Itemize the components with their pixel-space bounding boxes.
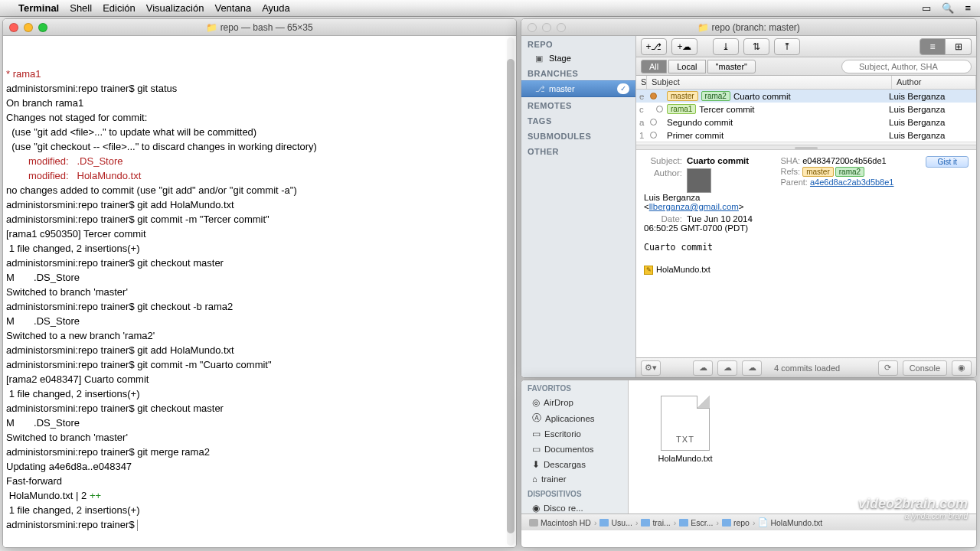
gitapp-title: repo (branch: master): [711, 22, 799, 33]
settings-button[interactable]: ⚙▾: [641, 360, 661, 376]
detail-parent[interactable]: a4e6d8ac2ab3d5b8e1: [810, 178, 894, 187]
commit-message: Cuarto commit: [644, 242, 969, 253]
fetch-button[interactable]: ⇅: [743, 38, 769, 55]
cloud-button[interactable]: ☁: [742, 360, 762, 376]
sidebar: REPO ▣Stage BRANCHES ⎇master✓ REMOTES TA…: [521, 36, 636, 377]
menu-window[interactable]: Ventana: [214, 2, 251, 14]
minimize-button[interactable]: [542, 23, 551, 32]
filter-local[interactable]: Local: [668, 60, 705, 73]
disk-icon: ◉: [532, 503, 540, 514]
list-view-button[interactable]: ≡: [920, 38, 946, 55]
sidebar-desktop[interactable]: ▭Escritorio: [521, 426, 628, 442]
path-seg-hd[interactable]: Macintosh HD: [526, 518, 594, 527]
add-branch-button[interactable]: +⎇: [641, 38, 667, 55]
menu-edit[interactable]: Edición: [103, 2, 136, 14]
terminal-line: administorsmini:repo trainer$ git checko…: [6, 401, 513, 416]
zoom-button[interactable]: [557, 23, 566, 32]
col-author[interactable]: Author: [892, 76, 976, 89]
path-seg-desktop[interactable]: Escr...: [676, 518, 716, 527]
path-seg-users[interactable]: Usu...: [596, 518, 635, 527]
splitter[interactable]: [636, 145, 976, 150]
sidebar-downloads[interactable]: ⬇Descargas: [521, 457, 628, 472]
folder-icon: [641, 519, 650, 527]
scrollbar-thumb[interactable]: [507, 59, 514, 533]
terminal-line: Switched to branch 'master': [6, 430, 513, 445]
tree-view-button[interactable]: ⊞: [946, 38, 972, 55]
folder-icon: 📁: [697, 22, 709, 33]
file-list: ✎HolaMundo.txt: [644, 263, 969, 276]
filter-master[interactable]: "master": [707, 60, 756, 73]
sidebar-stage[interactable]: ▣Stage: [521, 51, 635, 65]
app-name[interactable]: Terminal: [18, 2, 59, 14]
search-input[interactable]: [841, 60, 972, 73]
add-remote-button[interactable]: +☁: [671, 38, 697, 55]
terminal-line: Switched to branch 'master': [6, 285, 513, 299]
branch-tag: master: [667, 91, 698, 101]
commit-row[interactable]: emasterrama2Cuarto commitLuis Berganza: [636, 90, 976, 103]
col-s[interactable]: S: [636, 76, 647, 89]
sidebar-submodules-header: SUBMODULES: [521, 128, 635, 143]
txt-icon: 📄: [758, 517, 768, 527]
gitapp-titlebar[interactable]: 📁 repo (branch: master): [521, 19, 976, 36]
toolbar: +⎇ +☁ ⤓ ⇅ ⤒ ≡ ⊞: [636, 36, 976, 57]
terminal-line: On branch rama1: [6, 96, 513, 110]
documents-icon: ▭: [532, 444, 541, 455]
terminal-line: administorsmini:repo trainer$ git commit…: [6, 212, 513, 227]
path-seg-repo[interactable]: repo: [719, 518, 753, 527]
detail-subject: Cuarto commit: [687, 156, 749, 165]
terminal-body[interactable]: * rama1administorsmini:repo trainer$ git…: [3, 36, 516, 547]
cloud-up-button[interactable]: ☁: [717, 360, 737, 376]
filter-bar: All Local "master": [636, 57, 976, 76]
close-button[interactable]: [528, 23, 537, 32]
refresh-button[interactable]: ⟳: [878, 360, 898, 376]
terminal-line: M .DS_Store: [6, 270, 513, 285]
ref-master: master: [802, 167, 834, 177]
gist-button[interactable]: Gist it: [926, 156, 969, 168]
terminal-line: 1 file changed, 2 insertions(+): [6, 386, 513, 401]
detail-email[interactable]: llberganza@gmail.com: [649, 202, 739, 211]
devices-header: DISPOSITIVOS: [521, 486, 628, 500]
menu-shell[interactable]: Shell: [70, 2, 92, 14]
terminal-line: 1 file changed, 2 insertions(+): [6, 241, 513, 256]
push-button[interactable]: ⤒: [774, 38, 800, 55]
terminal-titlebar[interactable]: 📁 repo — bash — 65×35: [3, 19, 516, 36]
terminal-line: modified: .DS_Store: [6, 154, 513, 168]
col-subject[interactable]: Subject: [647, 76, 892, 89]
finder-content[interactable]: TXT HolaMundo.txt: [629, 380, 976, 514]
path-seg-file[interactable]: 📄HolaMundo.txt: [755, 517, 825, 527]
changed-file[interactable]: ✎HolaMundo.txt: [644, 263, 969, 276]
zoom-button[interactable]: [38, 23, 47, 32]
console-button[interactable]: Console: [903, 360, 947, 376]
notifications-icon[interactable]: ≡: [965, 2, 971, 14]
info-button[interactable]: ◉: [952, 360, 972, 376]
file-item[interactable]: TXT HolaMundo.txt: [639, 396, 731, 463]
terminal-line: M .DS_Store: [6, 416, 513, 430]
commit-row[interactable]: crama1Tercer commitLuis Berganza: [636, 103, 976, 116]
file-name: HolaMundo.txt: [639, 454, 731, 463]
pull-button[interactable]: ⤓: [713, 38, 739, 55]
terminal-line: administorsmini:repo trainer$ git status: [6, 81, 513, 96]
sidebar-documents[interactable]: ▭Documentos: [521, 442, 628, 457]
terminal-line: administorsmini:repo trainer$: [6, 517, 513, 532]
terminal-line: 1 file changed, 2 insertions(+): [6, 503, 513, 517]
close-button[interactable]: [9, 23, 18, 32]
cloud-down-button[interactable]: ☁: [693, 360, 713, 376]
display-icon[interactable]: ▭: [922, 2, 931, 14]
terminal-line: * rama1: [6, 67, 513, 81]
commit-row[interactable]: aSegundo commitLuis Berganza: [636, 116, 976, 129]
sidebar-disk[interactable]: ◉Disco re...: [521, 500, 628, 516]
minimize-button[interactable]: [24, 23, 33, 32]
commit-row[interactable]: 1Primer commitLuis Berganza: [636, 129, 976, 142]
menu-help[interactable]: Ayuda: [262, 2, 290, 14]
sidebar-apps[interactable]: ⒶAplicaciones: [521, 410, 628, 426]
filter-all[interactable]: All: [641, 60, 667, 73]
sidebar-tags-header: TAGS: [521, 112, 635, 128]
sidebar-branch-master[interactable]: ⎇master✓: [521, 80, 635, 97]
menu-view[interactable]: Visualización: [146, 2, 204, 14]
path-seg-trainer[interactable]: trai...: [638, 518, 673, 527]
spotlight-icon[interactable]: 🔍: [942, 2, 954, 14]
sidebar-trainer[interactable]: ⌂trainer: [521, 472, 628, 486]
terminal-line: Fast-forward: [6, 474, 513, 488]
sidebar-airdrop[interactable]: ◎AirDrop: [521, 395, 628, 410]
hd-icon: [529, 519, 538, 527]
